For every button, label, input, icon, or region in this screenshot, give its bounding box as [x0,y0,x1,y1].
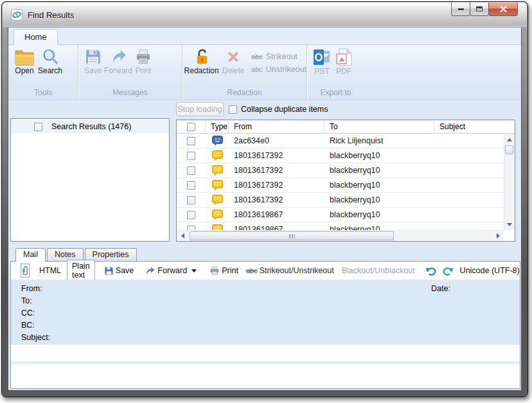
message-row[interactable]: 18013619867 blackberryq10 [177,222,504,230]
select-all-checkbox[interactable] [187,123,195,131]
message-row[interactable]: 18013617392 blackberryq10 [177,148,504,163]
floppy-icon [104,266,114,276]
preview-toolbar: HTML Plain text Save [11,262,520,280]
from-cell: 2ac634e0 [229,136,324,145]
minimize-button[interactable] [451,3,470,16]
to-cell: blackberryq10 [324,210,434,219]
row-checkbox[interactable] [187,181,195,190]
preview-print-button[interactable]: Print [209,266,238,275]
search-results-tree-panel: Search Results (1476) [10,118,170,242]
from-cell: 18013619867 [229,225,324,230]
maximize-button[interactable] [470,3,489,16]
row-checkbox[interactable] [187,226,195,231]
vertical-scrollbar[interactable] [504,134,515,230]
redaction-button[interactable]: Redaction [184,47,219,75]
mail-body-area[interactable] [11,344,520,363]
delete-button[interactable]: Delete [220,47,246,75]
blackout-unblackout-button[interactable]: Blackout/Unblackout [342,266,415,275]
row-checkbox[interactable] [187,152,195,160]
sms-message-icon [206,180,229,190]
tab-home[interactable]: Home [13,29,58,45]
subject-field-label: Subject: [21,333,520,345]
client-area: Home Open [8,28,522,391]
mail-header-fields: From: Date: To: CC: BC: Subject: [11,280,520,344]
row-checkbox[interactable] [187,166,195,175]
encoding-dropdown[interactable]: Unicode (UTF-8) [460,266,522,275]
sms-message-icon [206,224,229,230]
open-button[interactable]: Open [15,47,34,75]
scroll-right-button[interactable] [493,231,502,241]
sms-message-icon [206,210,229,220]
encoding-label: Unicode (UTF-8) [460,266,520,275]
preview-save-label: Save [116,266,134,275]
column-header-subject[interactable]: Subject [434,120,515,133]
app-logo-icon [11,9,22,21]
sms-message-icon [206,195,229,205]
close-button[interactable] [488,3,518,16]
from-cell: 18013617392 [229,151,324,160]
strikeout-unstrikeout-button[interactable]: abc Strikeout/Unstrikeout [246,266,334,275]
red-x-icon [224,48,243,66]
to-cell: blackberryq10 [324,181,434,190]
results-bar: Stop loading Collapse duplicate items [176,102,328,117]
bc-field-label: BC: [21,321,520,333]
html-view-button[interactable]: HTML [35,265,66,276]
mail-attachment-area[interactable] [11,364,520,388]
attachments-button[interactable] [21,264,30,278]
forward-label: Forward [104,67,132,75]
column-header-from[interactable]: From [229,120,324,133]
preview-forward-button[interactable]: Forward [145,266,197,275]
message-row[interactable]: 18013617392 blackberryq10 [177,163,504,178]
scroll-up-button[interactable] [504,135,515,144]
group-label-messages: Messages [78,88,182,100]
unstrikeout-button[interactable]: abc Unstrikeout [251,65,306,74]
tab-mail[interactable]: Mail [15,248,46,262]
stop-loading-button[interactable]: Stop loading [176,102,224,116]
message-row[interactable]: 2ac634e0 Rick Liljenquist [177,134,504,148]
save-button[interactable]: Save [84,47,103,75]
preview-print-label: Print [222,266,238,275]
column-header-to[interactable]: To [324,120,434,133]
date-field-label: Date: [431,284,450,293]
undo-icon [425,266,436,276]
message-row[interactable]: 18013617392 blackberryq10 [177,178,504,193]
row-checkbox[interactable] [187,211,195,219]
column-header-type[interactable]: Type [206,120,229,133]
preview-save-button[interactable]: Save [104,266,134,276]
open-label: Open [15,67,33,75]
to-cell: Rick Liljenquist [324,136,434,145]
titlebar[interactable]: Find Results [3,3,527,27]
collapse-duplicates-checkbox[interactable] [229,105,237,114]
scroll-left-button[interactable] [178,231,187,241]
redo-button[interactable] [443,266,454,276]
from-cell: 18013617392 [229,166,324,175]
tree-item-search-results[interactable]: Search Results (1476) [11,120,169,133]
horizontal-scrollbar[interactable] [177,230,504,241]
row-checkbox[interactable] [187,196,195,204]
forward-button[interactable]: Forward [104,47,132,75]
delete-label: Delete [222,67,245,75]
tab-notes[interactable]: Notes [47,248,84,261]
message-row[interactable]: 18013617392 blackberryq10 [177,193,504,208]
strikeout-button[interactable]: abc Strikeout [251,52,306,61]
strikeout-icon: abc [251,53,263,60]
horizontal-scroll-thumb[interactable] [190,231,394,240]
tree-item-checkbox[interactable] [34,123,42,131]
plain-text-view-button[interactable]: Plain text [67,260,95,282]
tab-properties[interactable]: Properties [85,248,137,261]
search-button[interactable]: Search [38,47,62,75]
maximize-icon [476,6,483,12]
message-row[interactable]: 18013619867 blackberryq10 [177,208,504,222]
undo-button[interactable] [425,266,436,276]
vertical-scroll-thumb[interactable] [505,145,513,154]
folder-icon [15,48,34,66]
from-cell: 18013619867 [229,210,324,219]
export-pdf-button[interactable]: PDF [334,47,353,76]
search-icon [40,48,60,66]
print-button[interactable]: Print [134,47,153,75]
row-checkbox[interactable] [187,137,195,145]
sms-message-icon [206,150,229,161]
scroll-down-button[interactable] [504,220,515,229]
export-pst-button[interactable]: PST [312,47,332,76]
printer-icon [134,48,153,66]
